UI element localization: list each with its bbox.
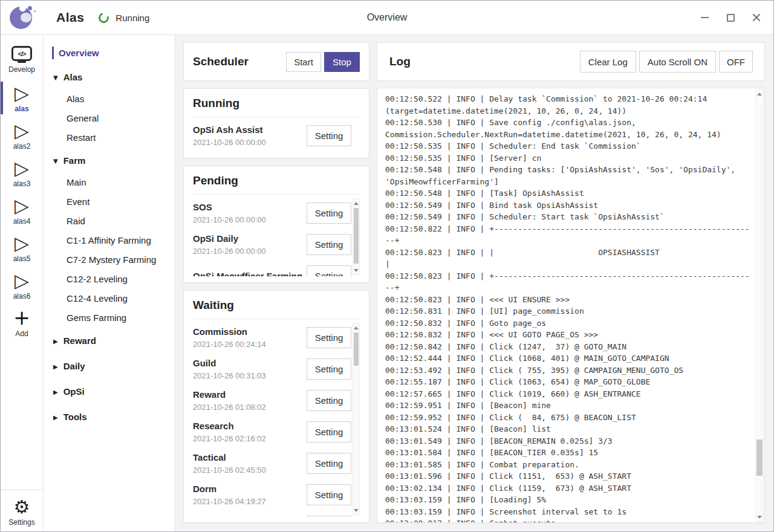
- task-row: OpSi Daily 2021-10-26 00:00:00 Setting: [193, 229, 351, 260]
- nav-group-farm[interactable]: Farm: [44, 149, 175, 172]
- app-logo-icon: [9, 5, 34, 30]
- setting-button[interactable]: Setting: [307, 484, 351, 505]
- gear-icon: ⚙: [14, 498, 30, 517]
- rail-item-alas[interactable]: ▷ alas: [1, 79, 43, 117]
- task-name: Dorm: [193, 482, 307, 496]
- log-title: Log: [389, 55, 411, 68]
- task-name: Guild: [193, 357, 307, 370]
- log-output[interactable]: 00:12:50.522 | INFO | Delay task `Commis…: [377, 88, 755, 522]
- setting-button[interactable]: Setting: [307, 358, 351, 380]
- pending-scrollbar[interactable]: [353, 198, 360, 275]
- pending-title: Pending: [193, 174, 360, 187]
- scheduler-column: Scheduler Start Stop Running: [183, 42, 369, 523]
- setting-button[interactable]: Setting: [307, 125, 351, 146]
- play-icon: ▷: [15, 121, 29, 140]
- rail-item-alas2[interactable]: ▷ alas2: [1, 117, 43, 154]
- setting-button[interactable]: Setting: [307, 516, 351, 517]
- auto-scroll-off-button[interactable]: OFF: [719, 51, 753, 73]
- nav-group-tools[interactable]: Tools: [44, 405, 175, 429]
- task-row: Commission 2021-10-26 00:24:14 Setting: [193, 322, 351, 353]
- rail-item-settings[interactable]: ⚙ Settings: [1, 490, 43, 531]
- log-line: 00:12:50.535 | INFO | [Server] cn: [385, 152, 752, 164]
- nav-group-daily[interactable]: Daily: [44, 354, 175, 378]
- task-row: Tactical 2021-10-26 02:45:50 Setting: [193, 447, 351, 479]
- task-row: Dorm 2021-10-26 04:19:27 Setting: [193, 479, 351, 510]
- scroll-up-icon[interactable]: [353, 199, 359, 207]
- nav-item-main[interactable]: Main: [44, 172, 175, 192]
- setting-button[interactable]: Setting: [307, 390, 351, 411]
- titlebar: Alas Running Overview: [1, 1, 773, 35]
- nav-item-gems-farming[interactable]: Gems Farming: [44, 308, 175, 327]
- nav-item-overview[interactable]: Overview: [44, 42, 175, 63]
- rail-item-alas6[interactable]: ▷ alas6: [1, 267, 43, 304]
- log-line: 00:12:52.444 | INFO | Click (1068, 401) …: [385, 352, 752, 365]
- setting-button[interactable]: Setting: [307, 421, 351, 443]
- running-spinner-icon: [97, 11, 111, 25]
- nav-group-reward[interactable]: Reward: [44, 329, 175, 352]
- log-line: 00:13:01.585 | INFO | Combat preparation…: [385, 459, 752, 471]
- scroll-down-icon[interactable]: [353, 267, 359, 274]
- log-line: 00:12:55.187 | INFO | Click (1063, 654) …: [385, 376, 752, 388]
- log-line: 00:12:50.549 | INFO | Scheduler: Start t…: [385, 211, 752, 223]
- nav-item-c12-2-leveling[interactable]: C12-2 Leveling: [44, 269, 175, 288]
- pending-panel: Pending SOS 2021-10-26 00:00:00: [183, 166, 369, 283]
- nav-item-alas[interactable]: Alas: [44, 89, 175, 108]
- nav-item-c12-4-leveling[interactable]: C12-4 Leveling: [44, 288, 175, 308]
- code-monitor-icon: </>: [11, 46, 32, 61]
- nav-item-restart[interactable]: Restart: [44, 128, 175, 147]
- task-row: Guild 2021-10-26 00:31:03 Setting: [193, 353, 351, 384]
- play-icon: ▷: [15, 271, 29, 290]
- nav-item-general[interactable]: General: [44, 108, 175, 128]
- scroll-down-icon[interactable]: [353, 507, 359, 514]
- setting-button[interactable]: Setting: [307, 265, 351, 277]
- scrollbar-thumb[interactable]: [354, 208, 359, 264]
- log-line: 00:12:50.842 | INFO | Click (1247, 37) @…: [385, 341, 752, 353]
- app-window: Alas Running Overview </> Develop ▷ alas…: [0, 0, 774, 532]
- nav-item-event[interactable]: Event: [44, 192, 175, 211]
- scheduler-header-panel: Scheduler Start Stop: [183, 42, 369, 81]
- setting-button[interactable]: Setting: [307, 234, 351, 255]
- rail-item-develop[interactable]: </> Develop: [1, 40, 43, 79]
- nav-item-c7-2-mystery-farming[interactable]: C7-2 Mystery Farming: [44, 250, 175, 269]
- log-column: Log Clear Log Auto Scroll ON OFF 00:12:5…: [377, 42, 765, 523]
- rail-item-alas5[interactable]: ▷ alas5: [1, 229, 43, 267]
- scrollbar-thumb[interactable]: [354, 332, 359, 366]
- scroll-down-icon[interactable]: [756, 513, 763, 521]
- stop-button[interactable]: Stop: [324, 52, 360, 72]
- nav-item-raid[interactable]: Raid: [44, 211, 175, 230]
- scroll-up-icon[interactable]: [353, 324, 359, 331]
- task-next-run-time: 2021-10-26 04:19:27: [193, 496, 307, 508]
- nav-group-alas[interactable]: Alas: [44, 65, 175, 89]
- close-button[interactable]: [752, 13, 761, 22]
- log-line: 00:12:50.823 | INFO | +-----------------…: [385, 270, 752, 294]
- setting-button[interactable]: Setting: [307, 203, 351, 224]
- task-next-run-time: 2021-10-26 02:45:50: [193, 464, 307, 476]
- nav-item-c1-1-affinity-farming[interactable]: C1-1 Affinity Farming: [44, 230, 175, 250]
- waiting-scrollbar[interactable]: [353, 323, 360, 515]
- scrollbar-thumb[interactable]: [756, 440, 763, 476]
- minimize-button[interactable]: [700, 13, 709, 22]
- running-task-list: OpSi Ash Assist 2021-10-26 00:00:00 Sett…: [193, 120, 360, 152]
- nav-group-opsi[interactable]: OpSi: [44, 380, 175, 403]
- setting-button[interactable]: Setting: [307, 327, 351, 348]
- app-body: </> Develop ▷ alas ▷ alas2 ▷ alas3 ▷ ala…: [1, 35, 773, 531]
- rail-item-alas3[interactable]: ▷ alas3: [1, 154, 43, 192]
- waiting-title: Waiting: [193, 299, 360, 312]
- waiting-task-list: Commission 2021-10-26 00:24:14 Setting G…: [193, 322, 360, 516]
- clear-log-button[interactable]: Clear Log: [580, 51, 636, 73]
- maximize-button[interactable]: [726, 13, 735, 22]
- play-icon: ▷: [15, 196, 29, 215]
- log-line: 00:12:50.831 | INFO | [UI] page_commissi…: [385, 305, 752, 317]
- auto-scroll-on-button[interactable]: Auto Scroll ON: [639, 51, 716, 73]
- rail-item-alas4[interactable]: ▷ alas4: [1, 192, 43, 229]
- setting-button[interactable]: Setting: [307, 453, 351, 474]
- rail-item-add[interactable]: + Add: [1, 304, 43, 342]
- log-line: 00:12:50.548 | INFO | [Task] OpsiAshAssi…: [385, 187, 752, 199]
- log-line: 00:12:57.665 | INFO | Click (1019, 660) …: [385, 388, 752, 400]
- start-button[interactable]: Start: [286, 52, 321, 72]
- log-scrollbar[interactable]: [755, 89, 764, 522]
- minimize-icon: [701, 17, 709, 18]
- task-next-run-time: 2021-10-26 00:24:14: [193, 339, 307, 351]
- scroll-up-icon[interactable]: [756, 90, 763, 97]
- nav-sidebar: Overview Alas Alas General Restart Farm …: [44, 35, 175, 531]
